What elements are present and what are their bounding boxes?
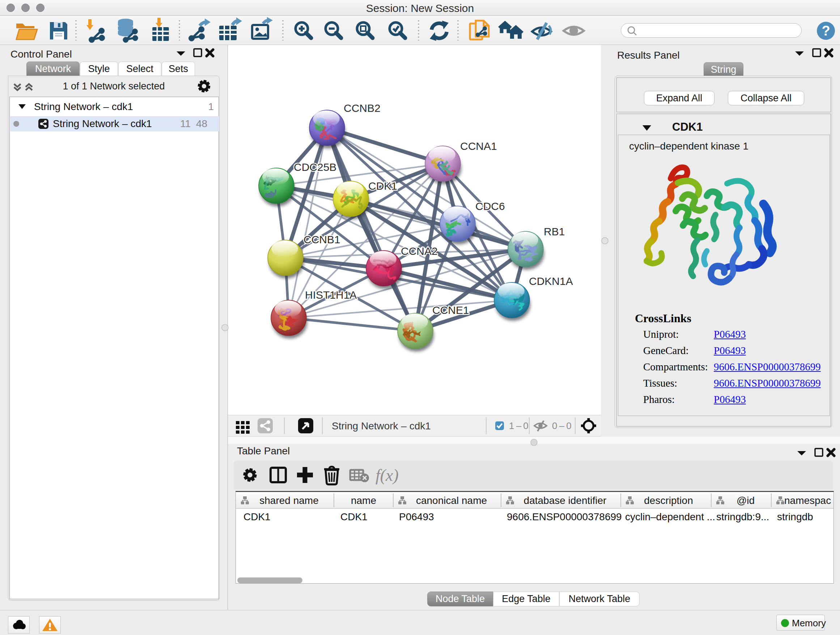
svg-text:@id: @id bbox=[737, 495, 755, 506]
svg-text:?: ? bbox=[821, 23, 830, 38]
svg-text:CDC25B: CDC25B bbox=[294, 161, 336, 173]
svg-text:namespac: namespac bbox=[784, 495, 831, 506]
svg-text:P06493: P06493 bbox=[399, 511, 434, 523]
svg-text:CDC6: CDC6 bbox=[475, 200, 505, 212]
svg-text:description: description bbox=[644, 495, 693, 506]
svg-text:CCNB2: CCNB2 bbox=[344, 102, 381, 114]
svg-text:CCNA1: CCNA1 bbox=[460, 140, 497, 152]
svg-text:CCNA2: CCNA2 bbox=[401, 245, 438, 257]
svg-text:CCNE1: CCNE1 bbox=[432, 304, 469, 316]
svg-text:9606.ENSP00000378699: 9606.ENSP00000378699 bbox=[507, 511, 622, 523]
svg-text:cyclin–dependent ...: cyclin–dependent ... bbox=[625, 511, 715, 523]
svg-text:String Network – cdk1: String Network – cdk1 bbox=[332, 420, 431, 432]
svg-text:1 – 0: 1 – 0 bbox=[509, 420, 529, 431]
svg-text:stringdb: stringdb bbox=[777, 511, 813, 523]
svg-text:CCNB1: CCNB1 bbox=[303, 233, 340, 245]
svg-text:CDK1: CDK1 bbox=[340, 511, 368, 523]
svg-text:RB1: RB1 bbox=[544, 226, 565, 238]
svg-text:0 – 0: 0 – 0 bbox=[552, 420, 572, 431]
svg-text:CDKN1A: CDKN1A bbox=[529, 275, 573, 287]
svg-text:database identifier: database identifier bbox=[524, 495, 607, 506]
svg-text:CDK1: CDK1 bbox=[243, 511, 271, 523]
svg-text:f(x): f(x) bbox=[376, 466, 399, 485]
svg-text:shared name: shared name bbox=[259, 495, 318, 506]
svg-text:CDK1: CDK1 bbox=[368, 180, 397, 192]
svg-text:HIST1H1A: HIST1H1A bbox=[305, 289, 357, 301]
svg-text:name: name bbox=[351, 495, 376, 506]
svg-text:canonical name: canonical name bbox=[416, 495, 487, 506]
svg-text:stringdb:9...: stringdb:9... bbox=[716, 511, 769, 523]
